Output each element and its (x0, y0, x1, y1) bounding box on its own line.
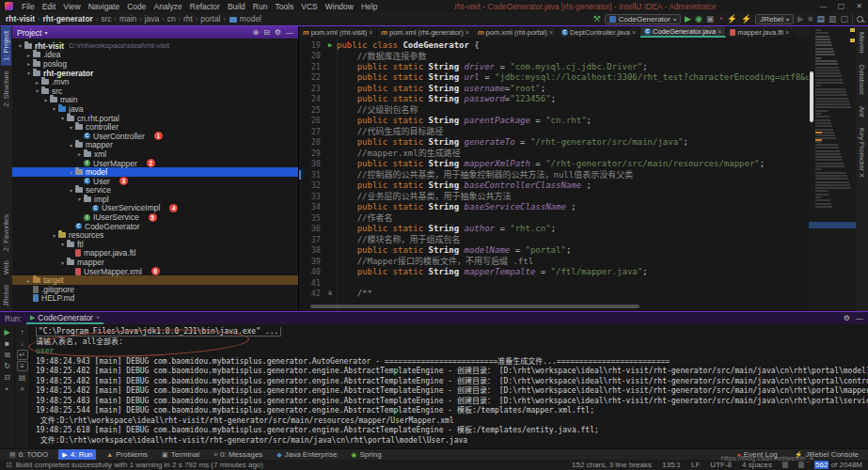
menu-edit[interactable]: Edit (39, 2, 60, 11)
editor-tab-pom.xml-rht-visit-[interactable]: mpom.xml (rht-visit)× (299, 26, 377, 38)
chevron-icon[interactable]: ▾ (67, 124, 75, 131)
toolwindow-button-2-structure[interactable]: 2: Structure (1, 66, 11, 112)
close-icon[interactable]: × (369, 29, 372, 36)
breadcrumb-item-model[interactable]: model (239, 14, 262, 24)
up-stacktrace-button[interactable]: ↑ (17, 327, 28, 337)
menu-build[interactable]: Build (224, 2, 249, 11)
toolwindow-button-database[interactable]: Database (857, 59, 867, 101)
toolwindow-button-2-favorites[interactable]: 2: Favorites (1, 210, 11, 256)
close-icon[interactable]: × (466, 29, 469, 36)
toolwindow-button-maven[interactable]: Maven (857, 26, 867, 59)
chevron-icon[interactable]: ▾ (50, 105, 58, 112)
toolwindow-button-problems[interactable]: ▲Problems (103, 449, 151, 460)
run-gutter-icon[interactable]: ▶ (324, 41, 337, 49)
code-editor[interactable]: 19▶public class CodeGenerator {20 //数据库连… (299, 38, 809, 311)
menu-help[interactable]: Help (357, 2, 381, 11)
tree-item-mapper[interactable]: ▾mapper (12, 258, 298, 267)
jrebel-debug-button[interactable]: ⚡ (741, 13, 751, 24)
chevron-icon[interactable]: ▾ (58, 259, 67, 266)
debug-button[interactable]: ◉ (695, 13, 702, 24)
breadcrumb-item-cn[interactable]: cn (166, 14, 177, 24)
toolwindow-button-java-enterprise[interactable]: ◆Java Enterprise (273, 449, 340, 460)
chevron-icon[interactable]: ▸ (75, 150, 84, 157)
tree-item-usermapper[interactable]: IUserMapper2 (12, 159, 298, 168)
editor-tab-pom.xml-rht-portal-[interactable]: mpom.xml (rht-portal)× (474, 26, 558, 38)
chevron-icon[interactable]: ▾ (24, 70, 33, 76)
chevron-icon[interactable]: ▸ (24, 52, 33, 58)
horizontal-scrollbar[interactable] (310, 305, 639, 308)
chevron-icon[interactable]: ▾ (67, 187, 75, 194)
toolwindow-button-jrebel[interactable]: JRebel (1, 280, 11, 311)
close-tab-button[interactable]: ▪ (2, 384, 13, 394)
menu-code[interactable]: Code (123, 2, 150, 11)
fold-gutter-icon[interactable]: ≣ (324, 290, 337, 297)
tree-item-main[interactable]: ▾main (12, 96, 298, 105)
toolwindow-toggle-icon[interactable]: ⊡ (6, 461, 12, 469)
tree-item-model[interactable]: ▾model (12, 167, 298, 177)
close-icon[interactable]: × (718, 28, 721, 35)
minimize-button[interactable]: — (814, 0, 832, 12)
minimap-scrollbar-thumb[interactable] (810, 71, 813, 122)
tree-item-usermapper.xml[interactable]: UserMapper.xml6 (12, 267, 298, 276)
breadcrumb-item-portal[interactable]: portal (199, 14, 221, 24)
status-segment[interactable]: UTF-8 (710, 461, 732, 469)
toolwindow-button-ant[interactable]: Ant (857, 101, 867, 122)
run-configuration-select[interactable]: CodeGenerator ▾ (605, 14, 681, 24)
tree-item-poslog[interactable]: ▸poslog (12, 59, 298, 69)
scroll-to-end-button[interactable]: ≡ (17, 361, 28, 371)
status-segment[interactable]: 152 chars, 3 line breaks (572, 461, 652, 469)
toolwindow-button-0-messages[interactable]: ≡0: Messages (210, 449, 266, 460)
toolwindow-button-event-log[interactable]: ●Event Log (734, 450, 781, 459)
print-button[interactable]: ▤ (17, 372, 28, 383)
tree-item-mapper.java.ftl[interactable]: mapper.java.ftl (12, 249, 298, 258)
chevron-icon[interactable]: ▾ (58, 241, 67, 247)
breadcrumb-item-rht[interactable]: rht (182, 14, 194, 24)
menu-tools[interactable]: Tools (271, 2, 297, 11)
menu-vcs[interactable]: VCS (297, 2, 321, 11)
close-icon[interactable]: × (632, 29, 636, 36)
toolwindow-button-spring[interactable]: ◉Spring (347, 449, 385, 460)
tree-item-.gitignore[interactable]: .gitignore (12, 285, 298, 294)
tree-item-.mvn[interactable]: ▸.mvn (12, 77, 298, 86)
chevron-icon[interactable]: ▾ (75, 196, 84, 202)
chevron-icon[interactable]: ▾ (41, 97, 50, 103)
tree-item-iuserservice[interactable]: IIUserService5 (12, 212, 298, 222)
toolwindow-button-4-run[interactable]: ▶4: Run (58, 449, 96, 460)
toolwindow-button-web[interactable]: Web (1, 256, 11, 279)
tree-item-resources[interactable]: ▾resources (12, 230, 298, 240)
clear-all-button[interactable]: × (17, 384, 28, 394)
chevron-icon[interactable]: ▾ (50, 232, 58, 239)
toolwindow-button-1-project[interactable]: 1: Project (1, 26, 11, 66)
editor-tab-mapper.java.ftl[interactable]: mapper.java.ftl× (726, 26, 794, 38)
lock-icon[interactable] (782, 462, 788, 468)
run-console[interactable]: "C:\Program Files\Java\jdk1.8.0_231\bin\… (30, 324, 868, 448)
breadcrumb-item-src[interactable]: src (100, 14, 112, 24)
profiler-button[interactable]: ◔ (718, 13, 722, 24)
editor-tab-codegenerator.java[interactable]: CCodeGenerator.java× (640, 26, 726, 38)
status-segment[interactable]: 135:1 (662, 461, 681, 469)
jrebel-run-button[interactable]: ⚡ (727, 13, 737, 24)
open-project-icon[interactable]: ▤ (816, 13, 825, 24)
tree-item-impl[interactable]: ▾impl (12, 195, 298, 204)
run-button[interactable]: ▶ (685, 13, 691, 24)
soft-wrap-button[interactable]: ↵ (17, 350, 28, 360)
chevron-icon[interactable]: ▸ (24, 60, 33, 67)
restore-layout-button[interactable]: ↻ (2, 361, 13, 371)
tree-item-target[interactable]: ▸target (12, 275, 298, 285)
settings-gear-icon[interactable]: ⚙ (844, 314, 850, 322)
locate-file-icon[interactable]: ⊕ (252, 28, 259, 37)
attach-run-button[interactable]: ▶ (797, 13, 804, 24)
chevron-icon[interactable]: ▸ (24, 277, 33, 284)
tree-item-help.md[interactable]: HELP.md (12, 294, 298, 304)
memory-indicator[interactable]: 562 of 2048M (814, 461, 862, 469)
menu-navigate[interactable]: Navigate (85, 2, 124, 11)
toolwindow-layout-icon[interactable]: ▢ (840, 13, 848, 24)
hide-panel-icon[interactable]: — (856, 314, 863, 322)
tree-item-rht-generator[interactable]: ▾rht-generator (12, 69, 298, 78)
close-button[interactable]: ✕ (850, 0, 868, 12)
settings-gear-icon[interactable]: ⚙ (275, 28, 281, 37)
profile-app-icon[interactable]: ▥ (829, 13, 837, 24)
chevron-icon[interactable]: ▾ (33, 87, 41, 94)
breadcrumb-item-rht-generator[interactable]: rht-generator (42, 14, 94, 24)
tree-item-mapper[interactable]: ▾mapper (12, 141, 298, 150)
